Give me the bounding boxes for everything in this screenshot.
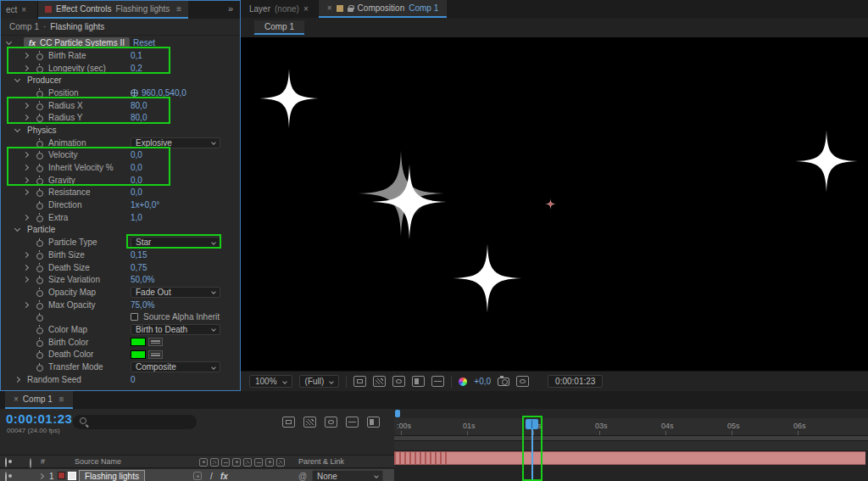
death-color-swatch[interactable] xyxy=(131,350,146,359)
twirl-icon[interactable] xyxy=(14,377,20,383)
stopwatch-icon[interactable] xyxy=(36,325,43,333)
stopwatch-icon[interactable] xyxy=(36,350,43,359)
time-navigator[interactable] xyxy=(394,409,868,418)
color-management-icon[interactable] xyxy=(459,378,467,386)
producer-group-row[interactable]: Producer xyxy=(2,74,239,87)
opacity-map-dropdown[interactable]: Fade Out xyxy=(131,287,220,298)
frame-blend-icon[interactable] xyxy=(346,417,359,428)
stopwatch-icon[interactable] xyxy=(36,151,43,159)
twirl-icon[interactable] xyxy=(23,252,29,258)
search-input[interactable] xyxy=(94,417,179,427)
twirl-icon[interactable] xyxy=(23,264,29,270)
resolution-dropdown[interactable]: (Full) xyxy=(299,375,340,388)
inherit-velocity-value[interactable]: 0,0 xyxy=(131,163,142,172)
parent-pickwhip-icon[interactable]: @ xyxy=(298,472,307,481)
reset-button[interactable]: Reset xyxy=(133,38,155,48)
magnification-dropdown[interactable]: 100% xyxy=(249,375,292,388)
layer-collapse-switch[interactable] xyxy=(193,472,202,480)
particle-group-row[interactable]: Particle xyxy=(2,224,239,237)
color-map-dropdown[interactable]: Birth to Death xyxy=(131,324,220,335)
stopwatch-icon[interactable] xyxy=(36,138,43,147)
twirl-icon[interactable] xyxy=(23,103,29,109)
stopwatch-icon[interactable] xyxy=(36,313,43,322)
breadcrumb-layer[interactable]: Flashing lights xyxy=(50,22,104,31)
twirl-open-icon[interactable] xyxy=(14,76,20,82)
twirl-icon[interactable] xyxy=(23,115,29,120)
particle-type-dropdown[interactable]: Star xyxy=(131,237,220,248)
longevity-value[interactable]: 0,2 xyxy=(131,64,142,73)
stopwatch-icon[interactable] xyxy=(36,288,43,296)
resistance-value[interactable]: 0,0 xyxy=(131,187,142,197)
choose-grid-icon[interactable] xyxy=(353,376,366,387)
pixel-aspect-icon[interactable] xyxy=(431,376,444,387)
composition-viewport[interactable] xyxy=(241,37,868,371)
twirl-icon[interactable] xyxy=(23,177,29,183)
hide-shy-icon[interactable] xyxy=(325,417,337,428)
close-icon[interactable]: × xyxy=(21,5,26,14)
twirl-icon[interactable] xyxy=(23,277,29,282)
birth-size-value[interactable]: 0,15 xyxy=(131,250,147,260)
stopwatch-icon[interactable] xyxy=(36,114,43,122)
stopwatch-icon[interactable] xyxy=(36,238,43,247)
layer-name-box[interactable]: Flashing lights xyxy=(79,470,145,481)
draft-3d-icon[interactable] xyxy=(303,417,316,428)
physics-group-row[interactable]: Physics xyxy=(2,124,239,137)
comp-nav-chip[interactable]: Comp 1 xyxy=(254,20,304,35)
parent-dropdown[interactable]: None xyxy=(312,470,383,481)
stopwatch-icon[interactable] xyxy=(36,51,43,59)
source-alpha-checkbox[interactable] xyxy=(131,313,138,321)
mini-flowchart-icon[interactable] xyxy=(282,417,295,428)
twirl-open-icon[interactable] xyxy=(6,39,12,45)
stopwatch-icon[interactable] xyxy=(36,363,43,372)
panel-menu-icon[interactable]: ≡ xyxy=(176,4,181,14)
twirl-icon[interactable] xyxy=(23,189,29,195)
stopwatch-icon[interactable] xyxy=(36,176,43,184)
max-opacity-value[interactable]: 75,0% xyxy=(131,300,154,310)
extra-value[interactable]: 1,0 xyxy=(131,213,142,222)
tab-project-partial[interactable]: ect × xyxy=(1,1,38,19)
close-icon[interactable]: × xyxy=(303,4,309,14)
twirl-open-icon[interactable] xyxy=(14,126,20,132)
lock-icon[interactable] xyxy=(348,5,353,12)
exposure-value[interactable]: +0,0 xyxy=(474,377,491,386)
tab-timeline-comp[interactable]: × Comp 1 ≡ xyxy=(5,391,73,409)
motion-blur-icon[interactable] xyxy=(367,417,380,428)
animation-dropdown[interactable]: Explosive xyxy=(131,137,220,148)
breadcrumb-comp[interactable]: Comp 1 xyxy=(9,22,39,31)
twirl-icon[interactable] xyxy=(23,215,29,221)
tab-effect-controls[interactable]: Effect Controls Flashing lights ≡ xyxy=(38,1,188,19)
panel-menu-icon[interactable]: ≡ xyxy=(59,394,64,404)
twirl-icon[interactable] xyxy=(23,152,29,158)
effect-header-row[interactable]: fx CC Particle Systems II Reset xyxy=(2,36,239,49)
layer-visibility-eye-icon[interactable] xyxy=(5,473,7,481)
current-timecode[interactable]: 0:00:01:23 xyxy=(6,411,72,426)
time-ruler[interactable]: :00s 01s 02s 03s 04s 05s 06s xyxy=(394,418,868,436)
position-value[interactable]: 960,0,540,0 xyxy=(142,88,186,98)
stopwatch-icon[interactable] xyxy=(36,64,43,72)
layer-label-color-chip[interactable] xyxy=(58,472,65,479)
layer-twirl-icon[interactable] xyxy=(38,473,44,479)
twirl-icon[interactable] xyxy=(23,165,29,171)
velocity-value[interactable]: 0,0 xyxy=(131,150,142,159)
tab-overflow-icon[interactable]: » xyxy=(228,3,233,14)
tab-composition[interactable]: × Composition Comp 1 xyxy=(319,0,447,18)
stopwatch-icon[interactable] xyxy=(36,164,43,172)
close-icon[interactable]: × xyxy=(14,394,19,404)
stopwatch-icon[interactable] xyxy=(36,338,43,346)
mask-visibility-icon[interactable] xyxy=(392,376,405,387)
birth-rate-value[interactable]: 0,1 xyxy=(131,51,142,60)
gravity-value[interactable]: 0,0 xyxy=(131,176,142,185)
region-of-interest-icon[interactable] xyxy=(412,376,425,387)
death-size-value[interactable]: 0,75 xyxy=(131,263,147,272)
twirl-icon[interactable] xyxy=(23,64,29,70)
source-name-column[interactable]: Source Name xyxy=(75,457,121,466)
navigator-start-handle[interactable] xyxy=(395,410,400,417)
stopwatch-icon[interactable] xyxy=(36,300,43,309)
eyedropper-icon[interactable] xyxy=(148,338,163,346)
stopwatch-icon[interactable] xyxy=(36,201,43,210)
preview-timecode[interactable]: 0:00:01:23 xyxy=(548,375,603,388)
position-crosshair-icon[interactable] xyxy=(131,89,138,97)
tab-layer-viewer[interactable]: Layer (none) × xyxy=(241,0,317,18)
birth-color-swatch[interactable] xyxy=(131,338,146,346)
snapshot-camera-icon[interactable] xyxy=(498,378,509,386)
